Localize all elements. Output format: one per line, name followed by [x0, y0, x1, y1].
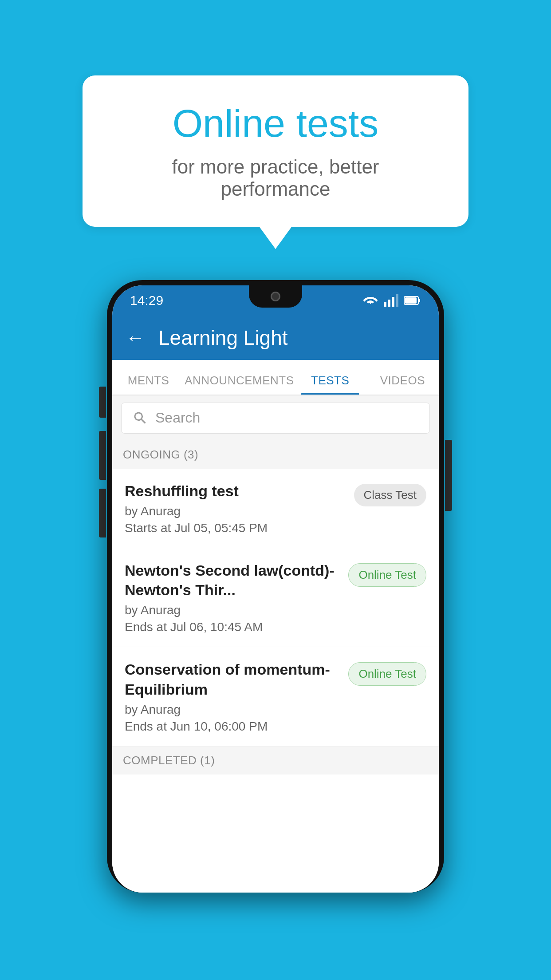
front-camera [271, 292, 280, 301]
test-author-2: by Anurag [125, 603, 339, 617]
app-bar: ← Learning Light [112, 316, 439, 360]
completed-section-header: COMPLETED (1) [112, 747, 439, 775]
test-time-3: Ends at Jun 10, 06:00 PM [125, 719, 339, 734]
phone-frame: 14:29 [107, 280, 444, 893]
test-time-2: Ends at Jul 06, 10:45 AM [125, 620, 339, 634]
phone-wrapper: 14:29 [107, 280, 444, 893]
power-button[interactable] [445, 440, 452, 511]
search-input[interactable]: Search [121, 403, 430, 434]
test-info-3: Conservation of momentum-Equilibrium by … [125, 660, 348, 733]
volume-up-button[interactable] [99, 387, 106, 418]
svg-rect-1 [388, 300, 390, 307]
volume-extra-button [99, 489, 106, 537]
notch [249, 285, 302, 308]
badge-2: Online Test [348, 563, 426, 587]
bubble-subtitle: for more practice, better performance [118, 156, 433, 200]
battery-icon [404, 295, 421, 306]
wifi-icon [362, 294, 378, 307]
tab-announcements[interactable]: ANNOUNCEMENTS [185, 374, 294, 395]
search-icon [132, 410, 148, 426]
completed-title: COMPLETED (1) [123, 754, 215, 767]
signal-icon [384, 294, 399, 307]
status-time: 14:29 [130, 293, 163, 308]
speech-bubble: Online tests for more practice, better p… [83, 75, 468, 227]
test-info-1: Reshuffling test by Anurag Starts at Jul… [125, 481, 354, 535]
test-name-1: Reshuffling test [125, 481, 345, 501]
test-info-2: Newton's Second law(contd)-Newton's Thir… [125, 561, 348, 634]
tab-tests[interactable]: TESTS [294, 374, 366, 395]
status-bar: 14:29 [112, 285, 439, 316]
test-item-1[interactable]: Reshuffling test by Anurag Starts at Jul… [112, 469, 439, 548]
ongoing-title: ONGOING (3) [123, 448, 198, 461]
svg-rect-0 [384, 302, 386, 307]
status-icons [362, 294, 421, 307]
search-placeholder: Search [155, 410, 200, 426]
test-author-1: by Anurag [125, 504, 345, 518]
test-name-2: Newton's Second law(contd)-Newton's Thir… [125, 561, 339, 600]
test-item-2[interactable]: Newton's Second law(contd)-Newton's Thir… [112, 548, 439, 647]
tab-ments[interactable]: MENTS [112, 374, 185, 395]
ongoing-section-header: ONGOING (3) [112, 441, 439, 469]
svg-rect-2 [392, 297, 394, 307]
svg-rect-5 [418, 299, 420, 302]
search-container: Search [112, 395, 439, 441]
test-author-3: by Anurag [125, 703, 339, 717]
phone-screen: 14:29 [112, 285, 439, 893]
bubble-title: Online tests [118, 102, 433, 145]
svg-rect-6 [405, 297, 417, 304]
svg-rect-3 [396, 294, 398, 307]
test-item-3[interactable]: Conservation of momentum-Equilibrium by … [112, 647, 439, 746]
badge-1: Class Test [354, 484, 426, 506]
test-list: Reshuffling test by Anurag Starts at Jul… [112, 469, 439, 893]
volume-down-button[interactable] [99, 431, 106, 480]
test-time-1: Starts at Jul 05, 05:45 PM [125, 521, 345, 535]
app-title: Learning Light [158, 326, 288, 350]
tab-videos[interactable]: VIDEOS [366, 374, 439, 395]
back-button[interactable]: ← [126, 327, 145, 349]
test-name-3: Conservation of momentum-Equilibrium [125, 660, 339, 699]
tabs-container: MENTS ANNOUNCEMENTS TESTS VIDEOS [112, 360, 439, 395]
badge-3: Online Test [348, 662, 426, 686]
